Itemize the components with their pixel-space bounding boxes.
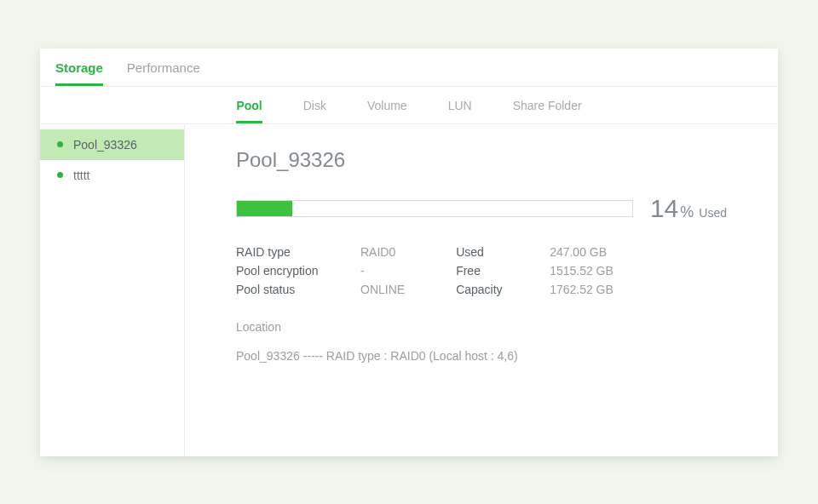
status-dot-icon	[57, 172, 63, 178]
tab-performance[interactable]: Performance	[127, 60, 200, 86]
encryption-value: -	[360, 264, 365, 278]
usage-row: 14 % Used	[236, 194, 727, 223]
usage-progress-fill	[237, 201, 292, 216]
usage-used-label: Used	[699, 206, 727, 220]
info-col-right: Used 247.00 GB Free 1515.52 GB Capacity …	[456, 245, 614, 296]
subtab-share-folder[interactable]: Share Folder	[513, 99, 582, 123]
info-col-left: RAID type RAID0 Pool encryption - Pool s…	[236, 245, 405, 296]
encryption-label: Pool encryption	[236, 264, 360, 278]
raid-type-value: RAID0	[360, 245, 395, 259]
free-value: 1515.52 GB	[550, 264, 614, 278]
sub-tabs: Pool Disk Volume LUN Share Folder	[40, 87, 778, 124]
tab-storage[interactable]: Storage	[55, 60, 103, 86]
info-row-raid-type: RAID type RAID0	[236, 245, 405, 259]
status-label: Pool status	[236, 283, 360, 296]
pool-sidebar: Pool_93326 ttttt	[40, 124, 185, 456]
sidebar-item-label: ttttt	[73, 169, 89, 182]
info-grid: RAID type RAID0 Pool encryption - Pool s…	[236, 245, 727, 296]
capacity-value: 1762.52 GB	[550, 283, 614, 296]
subtab-disk[interactable]: Disk	[303, 99, 326, 123]
used-value: 247.00 GB	[550, 245, 607, 259]
info-row-used: Used 247.00 GB	[456, 245, 614, 259]
top-tabs: Storage Performance	[40, 49, 778, 87]
usage-percent-symbol: %	[680, 203, 694, 221]
subtab-volume[interactable]: Volume	[367, 99, 407, 123]
capacity-label: Capacity	[456, 283, 550, 296]
info-row-status: Pool status ONLINE	[236, 283, 405, 296]
used-label: Used	[456, 245, 550, 259]
storage-window: Storage Performance Pool Disk Volume LUN…	[40, 49, 778, 456]
subtab-lun[interactable]: LUN	[448, 99, 472, 123]
pool-title: Pool_93326	[236, 148, 727, 172]
info-row-free: Free 1515.52 GB	[456, 264, 614, 278]
info-row-encryption: Pool encryption -	[236, 264, 405, 278]
sidebar-item-ttttt[interactable]: ttttt	[40, 160, 184, 191]
sidebar-item-pool-93326[interactable]: Pool_93326	[40, 129, 184, 160]
usage-text: 14 % Used	[650, 194, 727, 223]
location-text: Pool_93326 ----- RAID type : RAID0 (Loca…	[236, 349, 727, 363]
raid-type-label: RAID type	[236, 245, 360, 259]
sidebar-item-label: Pool_93326	[73, 138, 137, 152]
usage-progress-bar	[236, 200, 633, 217]
main-panel: Pool_93326 14 % Used RAID type RAID0	[185, 124, 778, 456]
info-row-capacity: Capacity 1762.52 GB	[456, 283, 614, 296]
location-header: Location	[236, 320, 727, 334]
status-value: ONLINE	[360, 283, 405, 296]
content-area: Pool_93326 ttttt Pool_93326 14 % Used	[40, 124, 778, 456]
usage-percent-number: 14	[650, 194, 678, 223]
status-dot-icon	[57, 141, 63, 147]
free-label: Free	[456, 264, 550, 278]
subtab-pool[interactable]: Pool	[236, 99, 262, 123]
